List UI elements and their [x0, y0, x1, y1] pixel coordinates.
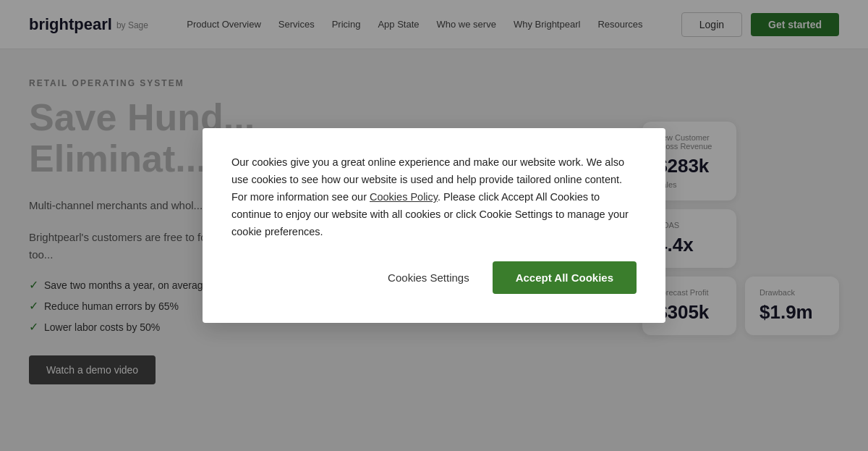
cookie-modal-text: Our cookies give you a great online expe… [231, 154, 637, 241]
modal-overlay: Our cookies give you a great online expe… [0, 0, 868, 451]
cookie-modal-actions: Cookies Settings Accept All Cookies [231, 261, 637, 294]
cookies-policy-link[interactable]: Cookies Policy [370, 191, 438, 203]
cookies-settings-button[interactable]: Cookies Settings [376, 266, 481, 290]
accept-all-cookies-button[interactable]: Accept All Cookies [493, 261, 637, 294]
cookie-modal: Our cookies give you a great online expe… [203, 128, 665, 323]
